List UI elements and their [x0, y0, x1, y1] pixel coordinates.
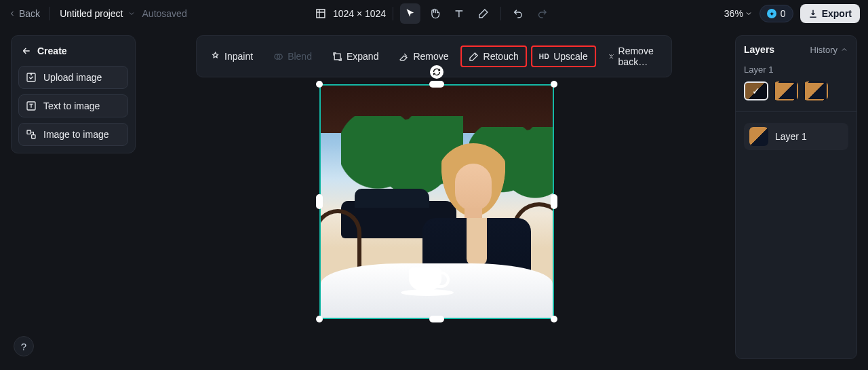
svg-rect-2	[27, 130, 31, 134]
text-to-image-icon	[26, 100, 37, 111]
select-tool[interactable]	[400, 3, 420, 24]
blend-button: Blend	[265, 45, 320, 67]
svg-rect-3	[32, 135, 35, 138]
image-to-image-button[interactable]: Image to image	[18, 123, 128, 146]
chevron-up-icon	[840, 45, 848, 54]
svg-rect-6	[334, 54, 340, 60]
remove-bg-label: Remove back…	[618, 45, 658, 67]
hand-icon	[429, 8, 440, 19]
divider	[736, 111, 856, 112]
image-cup	[409, 267, 441, 291]
tti-label: Text to image	[43, 100, 100, 111]
remove-background-button[interactable]: Remove back…	[600, 40, 666, 73]
active-layer-label: Layer 1	[744, 64, 848, 75]
upload-label: Upload image	[43, 72, 102, 83]
regenerate-button[interactable]	[430, 65, 443, 79]
create-header: Create	[18, 43, 128, 60]
layer-row-1[interactable]: Layer 1	[744, 123, 848, 150]
undo-button[interactable]	[508, 3, 528, 24]
variant-thumb-3[interactable]	[804, 81, 828, 100]
inpaint-label: Inpaint	[224, 51, 253, 62]
expand-label: Expand	[347, 51, 378, 62]
brush-tool[interactable]	[473, 3, 494, 24]
credits-icon: ✦	[767, 9, 776, 18]
history-toggle[interactable]: History	[810, 45, 848, 55]
remove-label: Remove	[413, 51, 448, 62]
variant-thumb-2[interactable]	[774, 81, 798, 100]
chevron-left-icon	[8, 10, 16, 18]
resize-handle-tl[interactable]	[316, 81, 323, 88]
layer-row-label: Layer 1	[775, 131, 807, 142]
retouch-icon	[469, 52, 479, 62]
back-button[interactable]: Back	[8, 8, 40, 19]
credits-pill[interactable]: ✦ 0	[760, 5, 793, 22]
chevron-down-icon	[745, 10, 753, 18]
resize-handle-r[interactable]	[551, 194, 557, 209]
upscale-label: Upscale	[553, 51, 588, 62]
iti-label: Image to image	[43, 129, 109, 140]
blend-label: Blend	[288, 51, 312, 62]
retouch-button[interactable]: Retouch	[461, 45, 527, 67]
history-label: History	[810, 45, 837, 55]
canvas-dimensions-button[interactable]: 1024 × 1024	[315, 8, 386, 19]
credits-value: 0	[781, 8, 786, 19]
divider	[500, 7, 501, 20]
resize-handle-tr[interactable]	[551, 81, 557, 88]
resize-handle-t[interactable]	[429, 81, 444, 88]
resize-handle-b[interactable]	[429, 316, 444, 322]
brush-icon	[478, 8, 489, 19]
expand-button[interactable]: Expand	[324, 45, 387, 67]
expand-icon	[332, 52, 342, 62]
refresh-icon	[433, 68, 441, 76]
layers-title: Layers	[744, 44, 774, 55]
inpaint-icon	[210, 52, 220, 62]
remove-button[interactable]: Remove	[391, 45, 456, 67]
resize-handle-br[interactable]	[551, 316, 557, 322]
project-name-dropdown[interactable]: Untitled project	[60, 8, 135, 19]
help-button[interactable]: ?	[14, 336, 34, 356]
create-label: Create	[37, 45, 67, 56]
blend-icon	[273, 52, 283, 62]
text-to-image-button[interactable]: Text to image	[18, 94, 128, 117]
inpaint-button[interactable]: Inpaint	[202, 45, 261, 67]
upload-image-button[interactable]: Upload image	[18, 66, 128, 89]
text-icon	[454, 8, 465, 19]
redo-icon	[537, 8, 548, 19]
chevron-down-icon	[127, 10, 136, 18]
help-icon: ?	[21, 341, 26, 352]
cursor-icon	[405, 8, 416, 19]
canvas-image[interactable]	[319, 84, 554, 319]
canvas-selection[interactable]	[319, 84, 554, 319]
upload-image-icon	[26, 72, 37, 83]
upscale-button[interactable]: HD Upscale	[531, 45, 596, 67]
hd-icon: HD	[539, 53, 549, 60]
layer-thumbnail	[749, 127, 768, 146]
svg-point-7	[610, 54, 612, 56]
divider	[393, 7, 393, 20]
variant-thumb-1[interactable]	[744, 81, 768, 100]
eraser-icon	[399, 52, 409, 62]
project-name-label: Untitled project	[60, 8, 123, 19]
dimensions-label: 1024 × 1024	[333, 8, 386, 19]
download-icon	[808, 9, 818, 18]
resize-handle-l[interactable]	[316, 194, 323, 209]
redo-button[interactable]	[532, 3, 553, 24]
divider	[50, 7, 50, 20]
resize-icon	[315, 8, 326, 19]
remove-bg-icon	[608, 52, 614, 62]
hand-tool[interactable]	[425, 3, 445, 24]
resize-handle-bl[interactable]	[316, 316, 323, 322]
zoom-dropdown[interactable]: 36%	[724, 8, 753, 19]
undo-icon	[513, 8, 524, 19]
export-label: Export	[822, 8, 852, 19]
arrow-left-icon	[21, 45, 32, 56]
layer-variants	[744, 81, 848, 100]
export-button[interactable]: Export	[800, 4, 860, 23]
back-label: Back	[19, 8, 40, 19]
left-panel: Create Upload image Text to image Image …	[11, 35, 136, 153]
image-to-image-icon	[26, 129, 37, 140]
autosaved-status: Autosaved	[142, 8, 187, 19]
retouch-label: Retouch	[484, 51, 519, 62]
text-tool[interactable]	[449, 3, 469, 24]
zoom-label: 36%	[724, 8, 743, 19]
